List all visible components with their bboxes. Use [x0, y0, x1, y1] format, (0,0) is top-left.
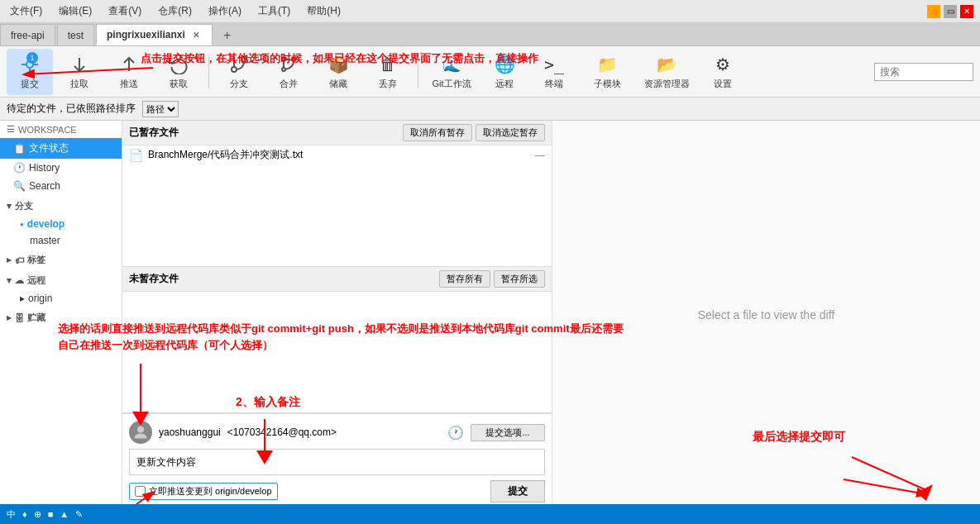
toolbar-submodule-label: 子模块	[594, 78, 621, 90]
stage-selected-button[interactable]: 暂存所选	[494, 270, 545, 288]
toolbar-terminal-button[interactable]: >_ 终端	[531, 49, 577, 95]
menu-action[interactable]: 操作(A)	[205, 2, 245, 20]
window-controls: 🟠 ▭ ✕	[927, 5, 973, 18]
remotes-heading[interactable]: ▾ ☁ 远程	[0, 269, 122, 290]
staged-panel-header: 已暂存文件 取消所有暂存 取消选定暂存	[122, 121, 552, 145]
staged-file-list: 📄 BranchMerge/代码合并冲突测试.txt —	[122, 145, 552, 266]
toolbar-gitflow-button[interactable]: 🌊 Git工作流	[425, 49, 478, 95]
sidebar-file-status-label: 文件状态	[29, 141, 69, 155]
fetch-icon	[167, 53, 190, 76]
toolbar-commit-label: 提交	[21, 78, 39, 90]
branches-label: 分支	[15, 200, 33, 212]
minimize-button[interactable]: 🟠	[927, 5, 940, 18]
commit-badge: 1	[26, 52, 38, 64]
toolbar-submodule-button[interactable]: 📁 子模块	[581, 49, 633, 95]
storage-heading[interactable]: ▸ 🗄 贮藏	[0, 307, 122, 327]
toolbar-sep2	[418, 55, 418, 88]
toolbar-resource-label: 资源管理器	[644, 78, 690, 90]
svg-point-7	[232, 67, 237, 72]
status-bar: 中 ♦ ⊕ ■ ▲ ✎	[0, 504, 980, 524]
tags-label: 标签	[27, 254, 45, 266]
toolbar-commit-button[interactable]: 1 提交	[7, 49, 53, 95]
push-checkbox[interactable]	[135, 486, 146, 497]
toolbar-branch-label: 分支	[230, 78, 248, 90]
tags-heading[interactable]: ▸ 🏷 标签	[0, 249, 122, 269]
menu-repo[interactable]: 仓库(R)	[155, 2, 195, 20]
terminal-icon: >_	[543, 53, 566, 76]
branches-heading[interactable]: ▾ 分支	[0, 195, 122, 216]
commit-options-dropdown-button[interactable]: 提交选项...	[471, 424, 545, 441]
tab-pingrixuexilianxi[interactable]: pingrixuexilianxi ✕	[96, 24, 213, 45]
commit-message-input[interactable]: 更新文件内容	[129, 449, 545, 475]
chevron-right-tags-icon: ▸	[7, 255, 12, 265]
unstaged-panel-header: 未暂存文件 暂存所有 暂存所选	[122, 267, 552, 292]
chevron-down-remotes-icon: ▾	[7, 275, 12, 286]
tab-test[interactable]: test	[57, 24, 94, 45]
sort-select[interactable]: 路径	[142, 101, 179, 117]
tab-close-pingrixuexilianxi[interactable]: ✕	[190, 29, 202, 40]
workspace-icon: ☰	[7, 124, 15, 135]
sidebar-item-search[interactable]: 🔍 Search	[0, 177, 122, 195]
cancel-selected-staged-button[interactable]: 取消选定暂存	[476, 124, 545, 141]
remotes-label: 远程	[27, 274, 45, 287]
tab-label-test: test	[68, 30, 84, 41]
toolbar-branch-button[interactable]: 分支	[216, 49, 262, 95]
user-avatar	[129, 421, 152, 444]
toolbar-fetch-label: 获取	[170, 78, 188, 90]
commit-area: yaoshuanggui <1070342164@qq.com> 🕐 提交选项.…	[122, 413, 552, 509]
toolbar-resource-button[interactable]: 📂 资源管理器	[637, 49, 696, 95]
menu-file[interactable]: 文件(F)	[7, 2, 45, 20]
file-collapse-icon[interactable]: —	[535, 150, 545, 161]
sort-label: 待定的文件，已依照路径排序	[7, 102, 136, 116]
gitflow-icon: 🌊	[440, 53, 463, 76]
maximize-button[interactable]: ▭	[944, 5, 957, 18]
stage-all-button[interactable]: 暂存所有	[439, 270, 490, 288]
toolbar-merge-button[interactable]: 合并	[265, 49, 312, 95]
status-triangle: ▲	[60, 509, 69, 519]
sidebar-branch-develop[interactable]: ● develop	[0, 216, 122, 232]
sidebar-branch-master[interactable]: master	[0, 232, 122, 249]
toolbar-gitflow-label: Git工作流	[432, 78, 471, 90]
sidebar-item-history[interactable]: 🕐 History	[0, 159, 122, 177]
new-tab-button[interactable]: +	[218, 26, 237, 45]
svg-point-8	[282, 58, 285, 61]
menu-help[interactable]: 帮助(H)	[304, 2, 344, 20]
menu-bar: 文件(F) 编辑(E) 查看(V) 仓库(R) 操作(A) 工具(T) 帮助(H…	[7, 2, 344, 20]
toolbar-stash-button[interactable]: 📦 储藏	[315, 49, 361, 95]
sidebar-branch-develop-label: develop	[27, 218, 65, 230]
file-doc-icon: 📄	[129, 149, 143, 162]
unstaged-buttons: 暂存所有 暂存所选	[439, 270, 545, 288]
commit-submit-area: 提交	[490, 480, 545, 503]
close-button[interactable]: ✕	[960, 5, 973, 18]
tab-free-api[interactable]: free-api	[0, 24, 55, 45]
sidebar-remote-origin[interactable]: ▸ origin	[0, 290, 122, 307]
cancel-all-staged-button[interactable]: 取消所有暂存	[403, 124, 472, 141]
toolbar-search-input[interactable]	[874, 63, 973, 81]
clock-icon[interactable]: 🕐	[447, 425, 464, 441]
toolbar-fetch-button[interactable]: 获取	[155, 49, 202, 95]
tab-label-pingrixuexilianxi: pingrixuexilianxi	[107, 29, 185, 40]
menu-edit[interactable]: 编辑(E)	[55, 2, 95, 20]
toolbar-discard-button[interactable]: 🗑 丢弃	[365, 49, 411, 95]
staged-buttons: 取消所有暂存 取消选定暂存	[403, 124, 545, 141]
push-checkbox-label[interactable]: 立即推送变更到 origin/develop	[129, 483, 278, 500]
main-layout: ☰ WORKSPACE 📋 文件状态 🕐 History 🔍 Search ▾ …	[0, 121, 980, 509]
menu-view[interactable]: 查看(V)	[105, 2, 145, 20]
menu-tools[interactable]: 工具(T)	[255, 2, 294, 20]
toolbar: 1 提交 拉取 推送	[0, 46, 980, 98]
staged-file-item[interactable]: 📄 BranchMerge/代码合并冲突测试.txt —	[122, 145, 552, 164]
toolbar-terminal-label: 终端	[545, 78, 563, 90]
sidebar-search-label: Search	[29, 180, 60, 192]
cloud-icon: ☁	[15, 275, 24, 286]
status-plus: ⊕	[34, 509, 41, 520]
toolbar-pull-button[interactable]: 拉取	[56, 49, 103, 95]
toolbar-remote-label: 远程	[495, 78, 514, 90]
commit-submit-button[interactable]: 提交	[490, 480, 545, 503]
commit-username: yaoshuanggui	[159, 426, 221, 438]
sidebar-item-file-status[interactable]: 📋 文件状态	[0, 138, 122, 159]
commit-email: <1070342164@qq.com>	[227, 426, 337, 438]
file-panels: 已暂存文件 取消所有暂存 取消选定暂存 📄 BranchMerge/代码合并冲突…	[122, 121, 552, 509]
toolbar-remote-button[interactable]: 🌐 远程	[481, 49, 528, 95]
toolbar-settings-button[interactable]: ⚙ 设置	[700, 49, 746, 95]
toolbar-push-button[interactable]: 推送	[106, 49, 152, 95]
